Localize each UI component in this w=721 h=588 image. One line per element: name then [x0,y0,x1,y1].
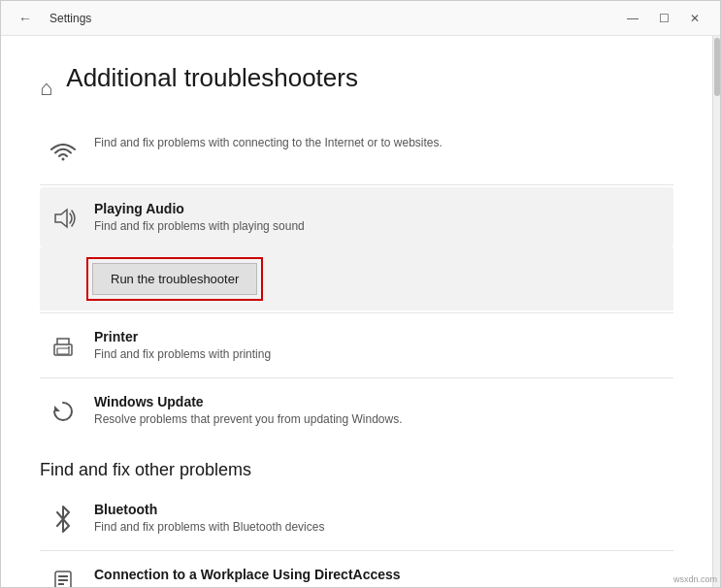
divider [40,312,673,313]
close-button[interactable]: ✕ [681,9,708,28]
bluetooth-item-title: Bluetooth [94,502,666,517]
audio-icon [48,203,79,234]
printer-icon [48,331,79,362]
home-icon: ⌂ [40,76,52,101]
divider [40,184,673,185]
list-item[interactable]: Playing Audio Find and fix problems with… [40,187,673,247]
divider [40,377,673,378]
list-item[interactable]: Find and fix problems with connecting to… [40,122,673,182]
audio-item-title: Playing Audio [94,201,666,216]
audio-item-content: Playing Audio Find and fix problems with… [94,201,666,233]
content-area: ⌂ Additional troubleshooters Find and fi… [1,36,720,587]
window-title: Settings [49,12,91,25]
maximize-button[interactable]: ☐ [650,9,677,28]
printer-item-title: Printer [94,329,666,344]
other-problems-heading: Find and fix other problems [40,460,673,480]
title-bar: ← Settings — ☐ ✕ [1,1,720,36]
directaccess-item-title: Connection to a Workplace Using DirectAc… [94,567,666,582]
svg-marker-0 [55,210,67,227]
run-troubleshooter-button[interactable]: Run the troubleshooter [92,263,257,295]
printer-item-desc: Find and fix problems with printing [94,347,666,361]
run-button-area: Run the troubleshooter [40,247,673,310]
list-item[interactable]: Printer Find and fix problems with print… [40,315,673,376]
audio-item-desc: Find and fix problems with playing sound [94,219,666,233]
svg-rect-6 [58,575,68,577]
internet-item-content: Find and fix problems with connecting to… [94,136,666,149]
list-item[interactable]: Bluetooth Find and fix problems with Blu… [40,488,673,548]
watermark: wsxdn.com [673,574,717,584]
scrollbar-track[interactable] [712,36,720,587]
directaccess-item-content: Connection to a Workplace Using DirectAc… [94,567,666,587]
list-item[interactable]: Windows Update Resolve problems that pre… [40,380,673,441]
main-panel: ⌂ Additional troubleshooters Find and fi… [1,36,712,587]
internet-item-desc: Find and fix problems with connecting to… [94,136,666,149]
list-item[interactable]: Connection to a Workplace Using DirectAc… [40,553,673,587]
wifi-icon [48,138,79,169]
update-item-content: Windows Update Resolve problems that pre… [94,394,666,426]
divider [40,550,673,551]
settings-window: ← Settings — ☐ ✕ ⌂ Additional troublesho… [0,0,721,588]
svg-rect-8 [58,583,64,585]
update-item-desc: Resolve problems that prevent you from u… [94,412,666,426]
update-icon [48,396,79,427]
page-header: ⌂ Additional troubleshooters [40,63,673,113]
page-title: Additional troubleshooters [66,63,358,93]
update-item-title: Windows Update [94,394,666,409]
svg-marker-4 [54,406,60,411]
directaccess-item-desc: Find and fix problems with connecting to… [94,585,666,587]
scrollbar-thumb[interactable] [714,38,720,96]
back-button[interactable]: ← [13,9,38,28]
printer-item-content: Printer Find and fix problems with print… [94,329,666,361]
title-bar-controls: — ☐ ✕ [619,9,708,28]
svg-rect-7 [58,579,68,581]
svg-point-3 [68,346,70,348]
bluetooth-icon [48,504,79,535]
title-bar-left: ← Settings [13,9,91,28]
run-button-highlight: Run the troubleshooter [86,257,263,301]
minimize-button[interactable]: — [619,9,646,28]
svg-rect-2 [57,348,69,354]
directaccess-icon [48,569,79,587]
bluetooth-item-content: Bluetooth Find and fix problems with Blu… [94,502,666,534]
bluetooth-item-desc: Find and fix problems with Bluetooth dev… [94,520,666,534]
